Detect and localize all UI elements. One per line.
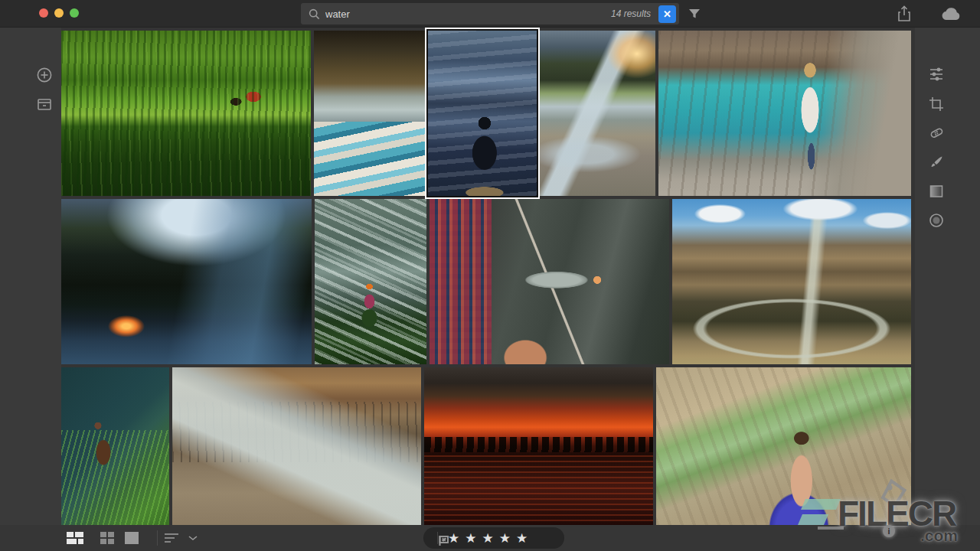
share-icon[interactable] bbox=[894, 4, 914, 24]
photo-thumbnail-trout-catch[interactable] bbox=[430, 199, 669, 364]
square-grid-view-icon[interactable] bbox=[96, 527, 118, 549]
photo-thumbnail-canyon-creek[interactable] bbox=[172, 367, 421, 525]
linear-gradient-icon[interactable] bbox=[925, 180, 948, 203]
reject-flag-icon[interactable] bbox=[433, 530, 454, 551]
star-rating-5[interactable]: ★ bbox=[516, 532, 528, 545]
photo-grid-view-icon[interactable] bbox=[64, 527, 86, 549]
zoom-button[interactable] bbox=[70, 8, 79, 18]
photo-thumbnail-desert-river[interactable] bbox=[672, 199, 911, 364]
photo-thumbnail-heart-stone[interactable] bbox=[656, 367, 911, 525]
sort-order-icon[interactable] bbox=[161, 527, 182, 549]
crop-rotate-icon[interactable] bbox=[925, 93, 948, 116]
healing-brush-icon[interactable] bbox=[925, 122, 948, 145]
edit-sliders-icon[interactable] bbox=[925, 63, 948, 86]
cloud-sync-icon[interactable] bbox=[939, 4, 965, 24]
single-photo-view-icon[interactable] bbox=[121, 527, 142, 549]
search-field[interactable]: 14 results ✕ bbox=[301, 3, 679, 24]
left-rail bbox=[0, 28, 61, 551]
star-rating-3[interactable]: ★ bbox=[482, 532, 494, 545]
photo-thumbnail-canyon-campfire[interactable] bbox=[61, 199, 312, 364]
photo-thumbnail-willow-reflection[interactable] bbox=[61, 31, 311, 196]
search-input[interactable] bbox=[325, 8, 611, 20]
photo-thumbnail-red-sunset-lake[interactable] bbox=[424, 367, 653, 525]
flag-rating-pill: ★ ★ ★ ★ ★ bbox=[423, 527, 564, 549]
photo-thumbnail-turquoise-lake[interactable] bbox=[658, 31, 911, 196]
radial-gradient-icon[interactable] bbox=[925, 209, 948, 232]
photo-thumbnail-sunrise-river-bend[interactable] bbox=[540, 31, 655, 196]
collections-box-icon[interactable] bbox=[34, 94, 55, 116]
toolbar-divider bbox=[157, 530, 158, 546]
minimize-button[interactable] bbox=[54, 8, 64, 18]
right-rail-tools bbox=[915, 28, 980, 551]
lightroom-window: 14 results ✕ bbox=[0, 0, 980, 551]
photo-thumbnail-canyon-boats[interactable] bbox=[314, 31, 425, 196]
photo-thumbnail-pond-goat[interactable] bbox=[61, 367, 169, 525]
top-bar: 14 results ✕ bbox=[0, 0, 980, 28]
search-icon bbox=[309, 8, 320, 20]
photo-thumbnail-canoe-dusk-selected[interactable] bbox=[428, 31, 537, 196]
chevron-down-icon[interactable] bbox=[182, 527, 204, 549]
search-results-count: 14 results bbox=[611, 8, 651, 19]
photo-thumbnail-rapids-hiker[interactable] bbox=[315, 199, 426, 364]
star-rating-2[interactable]: ★ bbox=[465, 532, 476, 545]
close-button[interactable] bbox=[39, 8, 48, 18]
star-rating-4[interactable]: ★ bbox=[499, 532, 511, 545]
bottom-toolbar: ★ ★ ★ ★ ★ bbox=[0, 525, 980, 551]
add-photos-icon[interactable] bbox=[34, 64, 55, 86]
clear-search-button[interactable]: ✕ bbox=[658, 5, 676, 23]
brush-icon[interactable] bbox=[925, 151, 948, 174]
traffic-lights bbox=[39, 8, 79, 18]
filter-funnel-icon[interactable] bbox=[685, 5, 704, 23]
